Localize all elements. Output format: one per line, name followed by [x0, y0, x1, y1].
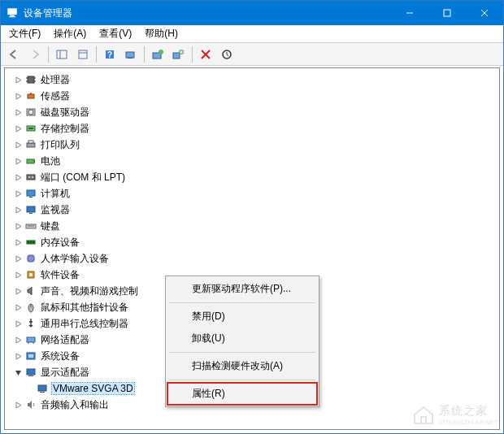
menu-action[interactable]: 操作(A)	[47, 25, 93, 42]
svg-rect-4	[444, 10, 450, 16]
chevron-down-icon[interactable]	[13, 367, 23, 377]
tree-node-label: 音频输入和输出	[41, 398, 109, 412]
ctx-uninstall[interactable]: 卸载(U)	[167, 328, 317, 349]
toolbar-update-driver-button[interactable]	[148, 46, 167, 63]
tree-node-label: 计算机	[41, 187, 70, 201]
audio-icon	[24, 398, 37, 411]
menu-help[interactable]: 帮助(H)	[138, 25, 185, 42]
chevron-right-icon[interactable]	[13, 254, 23, 263]
network-icon	[24, 333, 37, 346]
tree-node[interactable]: 端口 (COM 和 LPT)	[5, 169, 499, 185]
ctx-disable[interactable]: 禁用(D)	[167, 306, 317, 328]
tree-node[interactable]: 人体学输入设备	[5, 250, 499, 267]
tree-node[interactable]: 磁盘驱动器	[5, 104, 499, 120]
chevron-right-icon[interactable]	[13, 335, 23, 345]
keyboard-icon	[24, 219, 37, 232]
toolbar-properties-button[interactable]	[73, 46, 93, 63]
app-icon	[6, 7, 19, 20]
chevron-right-icon[interactable]	[13, 205, 23, 215]
tree-node[interactable]: 计算机	[5, 185, 499, 202]
usb-icon	[24, 317, 37, 330]
tree-node[interactable]: 传感器	[5, 88, 499, 104]
toolbar-enable-button[interactable]	[217, 46, 237, 63]
svg-point-52	[29, 273, 33, 276]
mouse-icon	[24, 301, 37, 314]
tree-node-label: 内存设备	[41, 236, 80, 250]
tree-node[interactable]: 处理器	[5, 72, 499, 88]
ctx-properties[interactable]: 属性(R)	[167, 383, 317, 405]
sensor-icon	[24, 89, 37, 102]
tree-node-label: 显示适配器	[41, 366, 89, 380]
chevron-right-icon[interactable]	[13, 270, 23, 280]
chevron-right-icon[interactable]	[13, 140, 23, 150]
chevron-right-icon[interactable]	[13, 172, 23, 182]
chevron-right-icon[interactable]	[13, 319, 23, 328]
tree-node-label: 电池	[41, 154, 60, 168]
chevron-right-icon[interactable]	[13, 237, 23, 247]
chevron-right-icon[interactable]	[13, 189, 23, 198]
chevron-right-icon[interactable]	[13, 156, 23, 166]
tree-child-label: VMware SVGA 3D	[52, 383, 134, 394]
toolbar: ?	[1, 43, 503, 66]
chevron-right-icon[interactable]	[13, 124, 23, 133]
toolbar-separator	[192, 46, 193, 63]
toolbar-back-button[interactable]	[4, 46, 24, 63]
maximize-button[interactable]	[428, 1, 466, 25]
toolbar-show-hide-tree-button[interactable]	[52, 46, 72, 63]
svg-rect-60	[27, 369, 35, 375]
printqueue-icon	[24, 138, 37, 151]
chevron-right-icon[interactable]	[13, 400, 23, 410]
close-button[interactable]	[466, 1, 503, 25]
ctx-separator	[169, 352, 315, 353]
chevron-right-icon[interactable]	[13, 351, 23, 361]
svg-rect-13	[126, 52, 134, 58]
svg-rect-1	[10, 15, 14, 17]
chevron-right-icon[interactable]	[13, 221, 23, 231]
tree-node-label: 处理器	[41, 73, 70, 87]
battery-icon	[24, 154, 37, 167]
chevron-right-icon[interactable]	[13, 75, 23, 85]
monitor-icon	[24, 203, 37, 216]
minimize-button[interactable]	[391, 1, 428, 25]
tree-node[interactable]: 存储控制器	[5, 120, 499, 137]
chevron-right-icon[interactable]	[13, 302, 23, 312]
ctx-update-driver[interactable]: 更新驱动程序软件(P)...	[167, 278, 317, 300]
sound-icon	[24, 284, 37, 297]
svg-rect-2	[9, 16, 16, 17]
tree-node[interactable]: 电池	[5, 153, 499, 169]
svg-rect-59	[28, 354, 33, 358]
tree-node[interactable]: 监视器	[5, 202, 499, 218]
tree-node-label: 存储控制器	[41, 122, 89, 136]
menu-view[interactable]: 查看(V)	[93, 25, 138, 42]
menu-file[interactable]: 文件(F)	[2, 25, 47, 42]
tree-node[interactable]: 键盘	[5, 218, 499, 234]
tree-node[interactable]: 打印队列	[5, 137, 499, 153]
svg-rect-36	[34, 160, 35, 163]
titlebar: 设备管理器	[1, 1, 503, 25]
svg-rect-41	[29, 197, 33, 197]
window-title: 设备管理器	[24, 7, 391, 20]
toolbar-help-button[interactable]: ?	[100, 46, 119, 63]
toolbar-forward-button[interactable]	[25, 46, 45, 63]
chevron-right-icon[interactable]	[13, 107, 23, 117]
svg-rect-49	[33, 241, 34, 243]
ctx-scan-hardware[interactable]: 扫描检测硬件改动(A)	[167, 355, 317, 377]
toolbar-disable-button[interactable]	[196, 46, 215, 63]
chevron-right-icon[interactable]	[13, 286, 23, 296]
toolbar-uninstall-button[interactable]	[169, 46, 189, 63]
context-menu: 更新驱动程序软件(P)... 禁用(D) 卸载(U) 扫描检测硬件改动(A) 属…	[165, 276, 319, 407]
toolbar-separator	[144, 46, 145, 63]
tree-node[interactable]: 内存设备	[5, 234, 499, 250]
window-controls	[391, 1, 503, 25]
disk-icon	[24, 106, 37, 119]
tree-node-label: 端口 (COM 和 LPT)	[41, 171, 125, 184]
svg-rect-35	[27, 159, 34, 163]
svg-rect-9	[79, 50, 87, 59]
svg-rect-61	[28, 375, 33, 376]
computer-icon	[24, 187, 37, 200]
display-icon	[24, 366, 37, 379]
chevron-right-icon[interactable]	[13, 91, 23, 101]
toolbar-scan-button[interactable]	[121, 46, 141, 63]
storage-icon	[24, 122, 37, 135]
menubar: 文件(F) 操作(A) 查看(V) 帮助(H)	[1, 25, 503, 43]
